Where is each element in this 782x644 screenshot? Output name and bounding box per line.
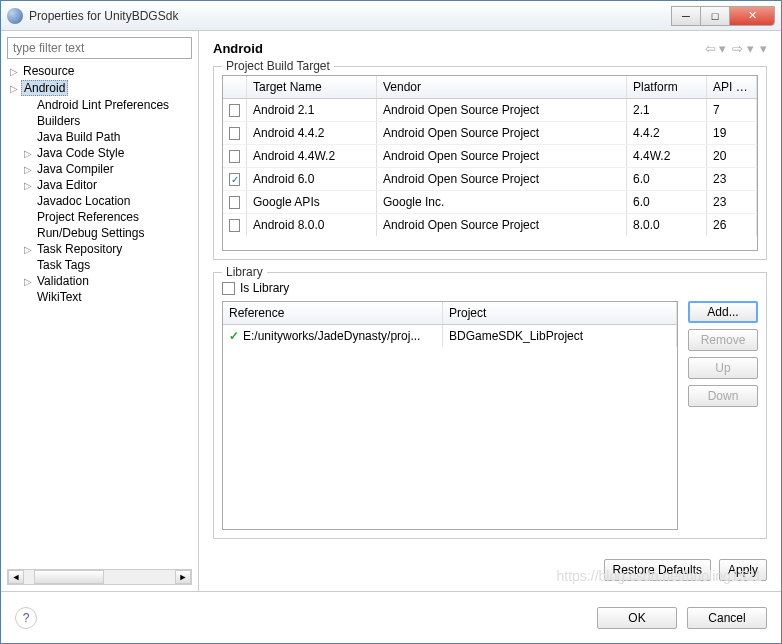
window-title: Properties for UnityBDGSdk xyxy=(29,9,672,23)
tree-item-run-debug-settings[interactable]: Run/Debug Settings xyxy=(7,225,192,241)
expand-icon[interactable]: ▷ xyxy=(21,276,35,287)
scroll-right-button[interactable]: ► xyxy=(175,570,191,584)
library-table: Reference Project ✓ E:/unityworks/JadeDy… xyxy=(222,301,678,530)
expand-icon[interactable]: ▷ xyxy=(21,148,35,159)
expand-icon[interactable]: ▷ xyxy=(21,244,35,255)
up-button[interactable]: Up xyxy=(688,357,758,379)
table-row[interactable]: Android 8.0.0Android Open Source Project… xyxy=(223,214,757,236)
minimize-button[interactable]: ─ xyxy=(671,6,701,26)
tree-item-task-repository[interactable]: ▷Task Repository xyxy=(7,241,192,257)
tree-item-label: Project References xyxy=(35,210,141,224)
table-row[interactable]: ✓Android 6.0Android Open Source Project6… xyxy=(223,168,757,191)
add-button[interactable]: Add... xyxy=(688,301,758,323)
tree-item-label: WikiText xyxy=(35,290,84,304)
tree-item-label: Android xyxy=(21,80,68,96)
expand-icon[interactable]: ▷ xyxy=(7,83,21,94)
scroll-left-button[interactable]: ◄ xyxy=(8,570,24,584)
restore-defaults-button[interactable]: Restore Defaults xyxy=(604,559,711,581)
forward-icon[interactable]: ⇨ ▾ xyxy=(732,41,754,56)
remove-button[interactable]: Remove xyxy=(688,329,758,351)
tree-item-java-compiler[interactable]: ▷Java Compiler xyxy=(7,161,192,177)
tree-item-label: Java Editor xyxy=(35,178,99,192)
tree-item-task-tags[interactable]: Task Tags xyxy=(7,257,192,273)
target-checkbox[interactable] xyxy=(229,219,240,232)
apply-button[interactable]: Apply xyxy=(719,559,767,581)
target-checkbox[interactable] xyxy=(229,104,240,117)
help-icon[interactable]: ? xyxy=(15,607,37,629)
sidebar: ▷Resource▷AndroidAndroid Lint Preference… xyxy=(1,31,199,591)
tree-item-label: Resource xyxy=(21,64,76,78)
build-target-title: Project Build Target xyxy=(222,59,334,73)
col-reference[interactable]: Reference xyxy=(223,302,443,324)
table-row[interactable]: Android 4.4W.2Android Open Source Projec… xyxy=(223,145,757,168)
tree-item-java-code-style[interactable]: ▷Java Code Style xyxy=(7,145,192,161)
check-icon: ✓ xyxy=(229,329,239,343)
is-library-label: Is Library xyxy=(240,281,289,295)
col-platform[interactable]: Platform xyxy=(627,76,707,98)
build-target-group: Project Build Target Target Name Vendor … xyxy=(213,66,767,260)
target-checkbox[interactable] xyxy=(229,150,240,163)
back-icon[interactable]: ⇦ ▾ xyxy=(705,41,727,56)
tree-item-android[interactable]: ▷Android xyxy=(7,79,192,97)
is-library-checkbox[interactable] xyxy=(222,282,235,295)
tree-item-java-build-path[interactable]: Java Build Path xyxy=(7,129,192,145)
nav-tree: ▷Resource▷AndroidAndroid Lint Preference… xyxy=(7,63,192,567)
tree-item-label: Android Lint Preferences xyxy=(35,98,171,112)
tree-item-label: Javadoc Location xyxy=(35,194,132,208)
close-button[interactable]: ✕ xyxy=(729,6,775,26)
tree-item-label: Validation xyxy=(35,274,91,288)
main-panel: Android ⇦ ▾ ⇨ ▾ ▾ Project Build Target T… xyxy=(199,31,781,591)
tree-item-wikitext[interactable]: WikiText xyxy=(7,289,192,305)
build-target-table: Target Name Vendor Platform API L... And… xyxy=(222,75,758,251)
down-button[interactable]: Down xyxy=(688,385,758,407)
tree-item-label: Java Build Path xyxy=(35,130,122,144)
table-row[interactable]: ✓ E:/unityworks/JadeDynasty/proj...BDGam… xyxy=(223,325,677,347)
page-title: Android xyxy=(213,41,699,56)
target-checkbox[interactable]: ✓ xyxy=(229,173,240,186)
cancel-button[interactable]: Cancel xyxy=(687,607,767,629)
table-row[interactable]: Android 2.1Android Open Source Project2.… xyxy=(223,99,757,122)
maximize-button[interactable]: □ xyxy=(700,6,730,26)
tree-item-resource[interactable]: ▷Resource xyxy=(7,63,192,79)
tree-item-label: Task Repository xyxy=(35,242,124,256)
col-target-name[interactable]: Target Name xyxy=(247,76,377,98)
tree-item-label: Run/Debug Settings xyxy=(35,226,146,240)
tree-item-label: Java Compiler xyxy=(35,162,116,176)
tree-item-validation[interactable]: ▷Validation xyxy=(7,273,192,289)
table-row[interactable]: Google APIsGoogle Inc.6.023 xyxy=(223,191,757,214)
col-api[interactable]: API L... xyxy=(707,76,757,98)
tree-item-label: Task Tags xyxy=(35,258,92,272)
tree-item-project-references[interactable]: Project References xyxy=(7,209,192,225)
expand-icon[interactable]: ▷ xyxy=(7,66,21,77)
menu-icon[interactable]: ▾ xyxy=(760,41,767,56)
horizontal-scrollbar[interactable]: ◄ ► xyxy=(7,569,192,585)
tree-item-javadoc-location[interactable]: Javadoc Location xyxy=(7,193,192,209)
scroll-thumb[interactable] xyxy=(34,570,104,584)
ok-button[interactable]: OK xyxy=(597,607,677,629)
app-icon xyxy=(7,8,23,24)
col-project[interactable]: Project xyxy=(443,302,677,324)
titlebar: Properties for UnityBDGSdk ─ □ ✕ xyxy=(1,1,781,31)
target-checkbox[interactable] xyxy=(229,196,240,209)
footer: ? OK Cancel xyxy=(1,591,781,643)
library-title: Library xyxy=(222,265,267,279)
table-row[interactable]: Android 4.4.2Android Open Source Project… xyxy=(223,122,757,145)
filter-input[interactable] xyxy=(7,37,192,59)
library-group: Library Is Library Reference Project ✓ E… xyxy=(213,272,767,539)
tree-item-label: Java Code Style xyxy=(35,146,126,160)
tree-item-builders[interactable]: Builders xyxy=(7,113,192,129)
tree-item-android-lint-preferences[interactable]: Android Lint Preferences xyxy=(7,97,192,113)
tree-item-java-editor[interactable]: ▷Java Editor xyxy=(7,177,192,193)
col-vendor[interactable]: Vendor xyxy=(377,76,627,98)
tree-item-label: Builders xyxy=(35,114,82,128)
expand-icon[interactable]: ▷ xyxy=(21,180,35,191)
expand-icon[interactable]: ▷ xyxy=(21,164,35,175)
target-checkbox[interactable] xyxy=(229,127,240,140)
